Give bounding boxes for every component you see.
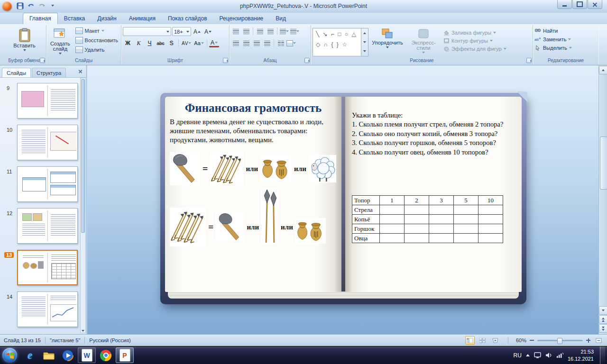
theme-name[interactable]: "листание 5" — [50, 337, 80, 343]
table-cell[interactable] — [380, 205, 405, 215]
slide-title[interactable]: Финансовая грамотность — [174, 101, 333, 115]
shrink-font-button[interactable]: А — [203, 27, 213, 36]
find-button[interactable]: Найти — [534, 28, 597, 34]
language-indicator[interactable]: Русский (Россия) — [89, 337, 130, 343]
minimize-button[interactable] — [557, 0, 572, 9]
slide-thumbnail[interactable] — [17, 208, 78, 244]
table-cell[interactable] — [478, 215, 503, 224]
slide-thumbnail[interactable] — [17, 83, 78, 118]
maximize-button[interactable] — [572, 0, 587, 9]
panel-tab-outline[interactable]: Структура — [32, 68, 66, 77]
italic-button[interactable]: К — [134, 39, 144, 47]
language-switcher[interactable]: RU — [514, 352, 522, 359]
paste-dropdown-icon[interactable] — [23, 49, 26, 51]
table-cell[interactable] — [429, 215, 454, 224]
tab-view[interactable]: Вид — [269, 13, 292, 24]
increase-indent-button[interactable] — [266, 27, 275, 36]
tab-home[interactable]: Главная — [23, 13, 58, 24]
new-slide-dropdown-icon[interactable] — [59, 53, 62, 55]
panel-tab-slides[interactable]: Слайды — [2, 68, 31, 77]
new-slide-button[interactable]: Создать слайд — [48, 26, 73, 55]
normal-view-button[interactable] — [465, 336, 475, 345]
align-left-button[interactable] — [231, 39, 240, 47]
panel-scrollbar[interactable] — [80, 78, 86, 333]
table-cell[interactable] — [454, 205, 478, 215]
panel-close-icon[interactable] — [78, 69, 83, 73]
slide-sorter-view-button[interactable] — [478, 336, 487, 345]
start-button[interactable] — [2, 348, 17, 363]
table-cell[interactable] — [405, 224, 429, 234]
slide-thumbnail[interactable] — [17, 125, 78, 160]
justify-button[interactable] — [262, 39, 272, 47]
table-cell[interactable] — [429, 205, 454, 215]
shape-effects-button[interactable]: Эффекты для фигур — [443, 46, 506, 52]
taskbar-explorer-icon[interactable] — [40, 347, 58, 363]
zoom-out-icon[interactable] — [530, 340, 534, 341]
delete-slide-button[interactable]: Удалить — [74, 45, 120, 55]
slide-thumbnail[interactable] — [17, 291, 78, 327]
paste-button[interactable]: Вставить — [10, 26, 39, 51]
taskbar-media-icon[interactable] — [59, 347, 77, 363]
display-icon[interactable] — [534, 352, 541, 358]
columns-button[interactable] — [276, 39, 285, 47]
table-header-cell[interactable]: 1 — [380, 196, 405, 205]
table-cell[interactable] — [478, 224, 503, 234]
pots-image[interactable] — [260, 155, 292, 182]
layout-button[interactable]: Макет — [74, 26, 120, 36]
taskbar-word-icon[interactable]: W — [78, 347, 96, 363]
vertical-scrollbar[interactable] — [598, 65, 607, 334]
character-spacing-button[interactable]: АV — [181, 39, 192, 47]
arrows-image[interactable] — [170, 208, 206, 246]
line-spacing-button[interactable] — [279, 27, 289, 36]
scrollbar-thumb[interactable] — [600, 136, 607, 190]
table-header-cell[interactable]: 10 — [478, 196, 503, 205]
table-header-cell[interactable]: 5 — [454, 196, 478, 205]
axe-image[interactable] — [170, 152, 200, 185]
undo-icon[interactable] — [26, 1, 36, 10]
replace-button[interactable]: ab Заменить — [534, 36, 597, 42]
table-cell[interactable] — [405, 215, 429, 224]
clipboard-dialog-launcher[interactable] — [40, 58, 45, 63]
arrange-button[interactable]: Упорядочить — [371, 26, 404, 56]
qat-dropdown-icon[interactable] — [48, 1, 57, 10]
table-header-cell[interactable]: 2 — [405, 196, 429, 205]
table-header-cell[interactable]: Топор — [352, 196, 380, 205]
shape-fill-button[interactable]: Заливка фигуры — [443, 30, 506, 36]
network-icon[interactable] — [556, 352, 563, 358]
shapes-gallery[interactable]: ╲ ↘ ⌐ □ ○ △ ◇ ∩ { } ☆ — [313, 28, 368, 56]
strikethrough-button[interactable]: abc — [156, 39, 166, 47]
grow-font-button[interactable]: А — [192, 27, 202, 36]
save-icon[interactable] — [15, 1, 25, 10]
bullets-button[interactable] — [231, 27, 240, 36]
redo-icon[interactable] — [37, 1, 46, 10]
quick-styles-dropdown-icon[interactable] — [422, 52, 425, 54]
table-cell[interactable] — [454, 234, 478, 243]
decrease-indent-button[interactable] — [255, 27, 265, 36]
text-shadow-button[interactable]: S — [166, 39, 176, 47]
taskbar-chrome-icon[interactable] — [97, 347, 115, 363]
align-center-button[interactable] — [241, 39, 251, 47]
scroll-down-icon[interactable] — [599, 306, 607, 315]
shape-outline-button[interactable]: Контур фигуры — [443, 38, 506, 44]
tray-expand-icon[interactable] — [526, 354, 530, 356]
bold-button[interactable]: Ж — [123, 39, 133, 47]
panel-scroll-down-icon[interactable] — [82, 330, 84, 332]
zoom-slider-thumb[interactable] — [557, 338, 562, 344]
underline-button[interactable]: Ч — [145, 39, 155, 47]
slide-indicator[interactable]: Слайд 13 из 15 — [4, 337, 41, 343]
spears-image[interactable] — [261, 188, 278, 244]
table-cell[interactable] — [405, 205, 429, 215]
sheep-image[interactable] — [309, 155, 336, 182]
shapes-gallery-scroll[interactable] — [361, 28, 368, 56]
slideshow-view-button[interactable] — [491, 336, 500, 345]
zoom-in-icon[interactable] — [586, 338, 590, 343]
volume-icon[interactable] — [545, 352, 552, 358]
shapes-row[interactable]: ◇ ∩ { } ☆ — [316, 41, 359, 52]
table-cell[interactable] — [380, 224, 405, 234]
table-cell[interactable] — [429, 234, 454, 243]
axe-image[interactable] — [216, 212, 244, 242]
zoom-slider[interactable] — [537, 340, 583, 341]
tab-insert[interactable]: Вставка — [58, 13, 92, 24]
taskbar-powerpoint-icon[interactable]: P — [116, 347, 134, 363]
tab-design[interactable]: Дизайн — [91, 13, 122, 24]
